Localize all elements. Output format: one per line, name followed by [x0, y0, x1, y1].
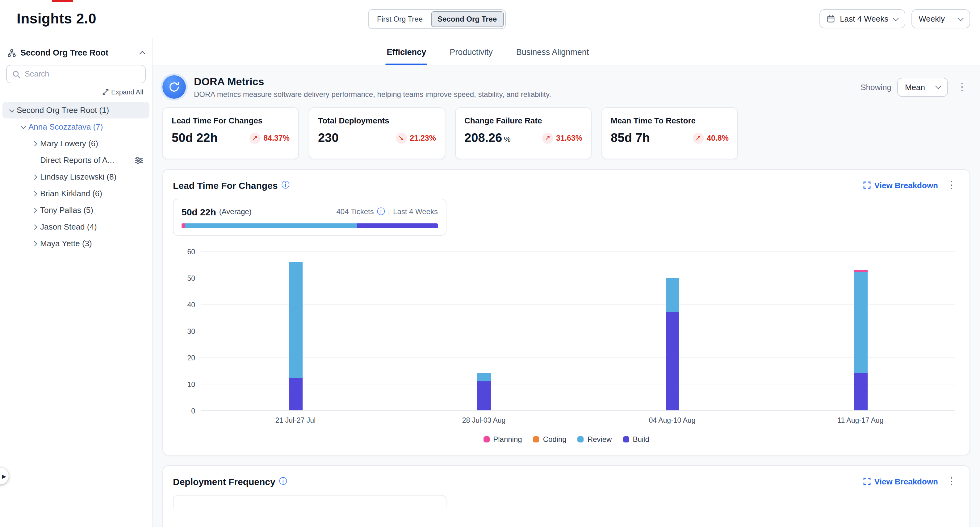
app-header: Insights 2.0 First Org TreeSecond Org Tr… — [0, 0, 980, 38]
bar-28-jul-03-aug[interactable] — [477, 373, 491, 410]
sidebar-search — [6, 65, 146, 83]
granularity-select[interactable]: Weekly — [911, 9, 970, 29]
deployment-panel-header: Deployment Frequency ⓘ View Breakdown ⋮ — [173, 475, 959, 487]
chevron-spacer — [30, 155, 40, 165]
bar-21-jul-27-jul[interactable] — [289, 262, 302, 410]
kebab-menu-icon[interactable]: ⋮ — [943, 179, 959, 191]
tree-item-tony-pallas-5[interactable]: Tony Pallas (5) — [2, 202, 150, 219]
metric-delta: ↘21.23% — [396, 132, 436, 143]
x-axis-label: 21 Jul-27 Jul — [201, 416, 390, 424]
chevron-right-icon[interactable] — [30, 205, 40, 215]
org-tree-option-first-org-tree[interactable]: First Org Tree — [370, 11, 430, 27]
kebab-menu-icon[interactable]: ⋮ — [954, 81, 970, 93]
tree-item-second-org-tree-root-1[interactable]: Second Org Tree Root (1) — [2, 102, 150, 119]
tree-item-jason-stead-4[interactable]: Jason Stead (4) — [2, 219, 150, 235]
lead-time-title-row: Lead Time For Changes ⓘ — [173, 179, 290, 190]
info-icon[interactable]: ⓘ — [279, 476, 287, 487]
chevron-right-icon[interactable] — [30, 189, 40, 198]
gridline — [201, 384, 955, 384]
showing-select[interactable]: Mean — [897, 78, 948, 97]
app: Insights 2.0 First Org TreeSecond Org Tr… — [0, 0, 980, 527]
dora-titles: DORA Metrics DORA metrics measure softwa… — [194, 76, 551, 98]
chevron-right-icon[interactable] — [30, 238, 40, 248]
tree-item-label: Jason Stead (4) — [40, 222, 97, 232]
view-breakdown-button[interactable]: View Breakdown — [863, 477, 938, 486]
chevron-down-icon[interactable] — [18, 122, 29, 132]
bar-segment-review — [854, 273, 867, 373]
dora-controls: Showing Mean ⋮ — [861, 78, 970, 97]
legend-swatch — [623, 436, 629, 443]
trend-up-icon: ↗ — [249, 132, 260, 143]
expand-all-button[interactable]: Expand All — [2, 88, 150, 101]
view-breakdown-label: View Breakdown — [874, 181, 938, 190]
deployment-frequency-panel: Deployment Frequency ⓘ View Breakdown ⋮ — [162, 465, 970, 527]
tree-item-brian-kirkland-6[interactable]: Brian Kirkland (6) — [2, 185, 150, 202]
kebab-menu-icon[interactable]: ⋮ — [943, 475, 959, 487]
chart-legend: PlanningCodingReviewBuild — [173, 435, 959, 444]
metric-cards: Lead Time For Changes50d 22h↗84.37%Total… — [162, 107, 970, 169]
metric-card-value-row: 230↘21.23% — [318, 131, 436, 145]
divider: | — [388, 207, 390, 216]
gridline — [201, 410, 955, 411]
chevron-down-icon[interactable] — [6, 105, 17, 115]
sidebar-root-label: Second Org Tree Root — [21, 48, 108, 57]
summary-note: (Average) — [219, 207, 251, 216]
chevron-right-icon[interactable] — [30, 138, 40, 148]
tree-item-direct-reports-of-a[interactable]: Direct Reports of A... — [2, 152, 150, 168]
expand-all-icon — [102, 89, 109, 95]
triangle-right-icon: ▶ — [2, 473, 6, 479]
tab-efficiency[interactable]: Efficiency — [386, 48, 428, 65]
legend-label: Planning — [493, 435, 522, 444]
tab-productivity[interactable]: Productivity — [448, 48, 494, 65]
org-tree: Second Org Tree Root (1)Anna Scozzafava … — [2, 102, 150, 252]
org-tree-option-second-org-tree[interactable]: Second Org Tree — [431, 11, 504, 27]
chevron-right-icon[interactable] — [30, 172, 40, 182]
metric-delta-value: 31.63% — [556, 133, 582, 142]
tree-item-mary-lowery-6[interactable]: Mary Lowery (6) — [2, 135, 150, 152]
tree-item-label: Maya Yette (3) — [40, 239, 92, 248]
view-breakdown-button[interactable]: View Breakdown — [863, 181, 938, 190]
bar-04-aug-10-aug[interactable] — [665, 278, 679, 410]
metric-card-value-row: 50d 22h↗84.37% — [172, 131, 290, 145]
tree-item-label: Second Org Tree Root (1) — [17, 106, 109, 115]
bar-segment-build — [477, 381, 491, 410]
filter-sliders-icon[interactable] — [135, 156, 143, 164]
phase-distribution-bar — [181, 224, 438, 228]
search-input[interactable] — [25, 70, 140, 78]
info-icon[interactable]: ⓘ — [377, 206, 385, 217]
legend-item-review[interactable]: Review — [578, 435, 612, 444]
search-icon — [12, 70, 21, 78]
metric-value: 50d 22h — [172, 131, 218, 145]
legend-item-build[interactable]: Build — [623, 435, 649, 444]
date-range-select[interactable]: Last 4 Weeks — [819, 9, 905, 29]
legend-swatch — [533, 436, 539, 443]
lead-time-panel: Lead Time For Changes ⓘ View Breakdown ⋮ — [162, 169, 970, 456]
info-icon[interactable]: ⓘ — [282, 179, 290, 190]
bar-11-aug-17-aug[interactable] — [854, 270, 867, 410]
tree-item-lindsay-liszewski-8[interactable]: Lindsay Liszewski (8) — [2, 168, 150, 185]
x-axis-label: 04 Aug-10 Aug — [578, 416, 766, 424]
tree-item-anna-scozzafava-7[interactable]: Anna Scozzafava (7) — [2, 119, 150, 135]
metric-card-lead-time-for-changes: Lead Time For Changes50d 22h↗84.37% — [162, 107, 299, 159]
lead-time-summary-row: 50d 22h (Average) 404 Tickets ⓘ | Last 4… — [181, 206, 438, 217]
bar-segment-planning — [854, 270, 867, 273]
metric-delta: ↗31.63% — [542, 132, 582, 143]
chevron-up-icon[interactable] — [139, 51, 145, 57]
y-axis-tick-label: 20 — [187, 354, 195, 362]
dora-metrics-icon — [162, 75, 186, 99]
metric-card-title: Total Deployments — [318, 116, 436, 125]
page-title: Insights 2.0 — [17, 11, 96, 27]
y-axis-tick-label: 60 — [187, 248, 195, 256]
expand-icon — [863, 181, 871, 189]
tab-business-alignment[interactable]: Business Alignment — [515, 48, 590, 65]
chevron-right-icon[interactable] — [30, 222, 40, 232]
lead-time-panel-actions: View Breakdown ⋮ — [863, 179, 959, 191]
legend-label: Build — [633, 435, 649, 444]
tree-item-maya-yette-3[interactable]: Maya Yette (3) — [2, 235, 150, 252]
legend-item-planning[interactable]: Planning — [483, 435, 522, 444]
metric-card-title: Lead Time For Changes — [172, 116, 290, 125]
bar-segment-build — [854, 373, 867, 410]
metric-card-value-row: 85d 7h↗40.8% — [611, 131, 729, 145]
legend-item-coding[interactable]: Coding — [533, 435, 566, 444]
x-axis-labels: 21 Jul-27 Jul28 Jul-03 Aug04 Aug-10 Aug1… — [201, 416, 955, 424]
